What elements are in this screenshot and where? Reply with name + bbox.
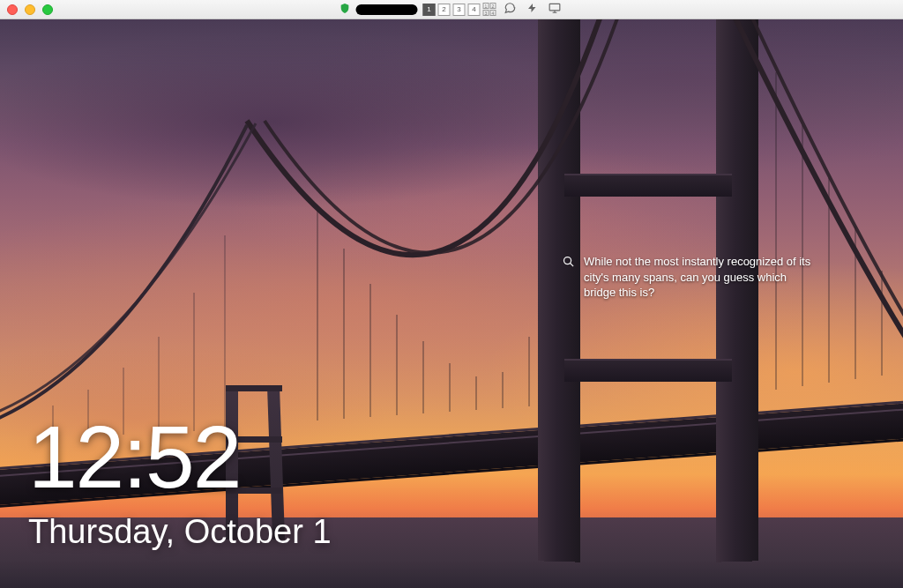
minimize-window-button[interactable] (25, 4, 35, 15)
remote-toolbar: 1 2 3 4 12 34 (340, 2, 564, 17)
spotlight-hint[interactable]: While not the most instantly recognized … (562, 254, 817, 301)
windows-lockscreen[interactable]: While not the most instantly recognized … (0, 19, 903, 588)
screen-button-2[interactable]: 2 (438, 4, 451, 16)
chat-icon[interactable] (502, 2, 519, 17)
maximize-window-button[interactable] (42, 4, 53, 15)
screen-button-3[interactable]: 3 (453, 4, 466, 16)
bolt-icon[interactable] (525, 2, 541, 17)
shield-icon (340, 3, 351, 17)
screen-grid-overview[interactable]: 12 34 (483, 3, 496, 16)
search-icon (562, 255, 575, 301)
screen-button-1[interactable]: 1 (423, 4, 436, 16)
traffic-lights (7, 4, 53, 15)
display-icon[interactable] (546, 2, 564, 17)
lockscreen-date: Thursday, October 1 (28, 513, 332, 551)
screen-button-4[interactable]: 4 (468, 4, 481, 16)
close-window-button[interactable] (7, 4, 18, 15)
clock-block: 12:52 Thursday, October 1 (28, 413, 332, 551)
svg-point-23 (564, 257, 571, 264)
screen-switch-group: 1 2 3 4 12 34 (423, 3, 496, 16)
mac-titlebar: 1 2 3 4 12 34 (0, 0, 903, 19)
lockscreen-time: 12:52 (28, 413, 332, 501)
svg-rect-0 (549, 4, 560, 11)
spotlight-text: While not the most instantly recognized … (584, 254, 817, 301)
connection-label-redacted (356, 4, 418, 15)
svg-line-24 (571, 264, 574, 267)
